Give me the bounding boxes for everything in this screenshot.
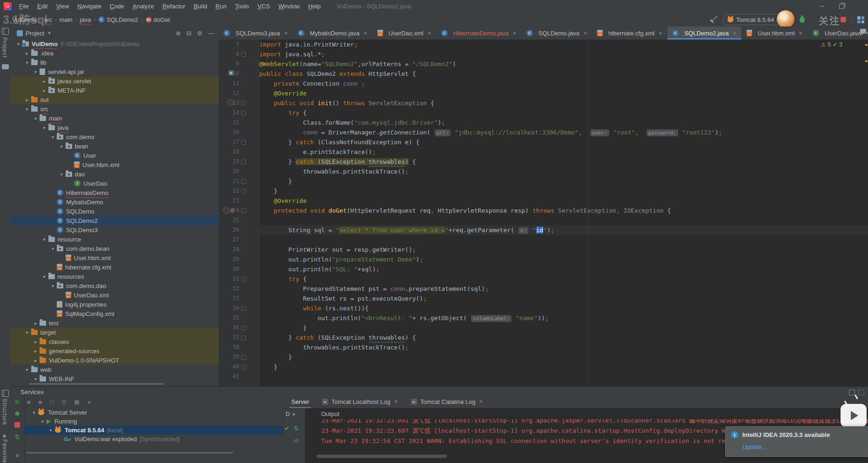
editor-tab-sqldemo3.java[interactable]: CSQLDemo3.java✕ xyxy=(219,27,293,40)
chevron-open-icon[interactable]: ▾ xyxy=(23,107,31,112)
notification-bubble-icon[interactable] xyxy=(860,29,866,34)
code-line-25[interactable] xyxy=(259,215,868,225)
code-line-27[interactable] xyxy=(259,235,868,245)
tree-item-web-inf[interactable]: ▾WEB-INF xyxy=(10,374,219,383)
code-line-36[interactable]: } xyxy=(259,323,868,333)
chevron-open-icon[interactable]: ▾ xyxy=(49,283,57,289)
code-line-12[interactable]: @Override xyxy=(259,88,868,98)
menu-run[interactable]: Run xyxy=(212,1,230,11)
add-frame-icon[interactable]: ⊞ xyxy=(74,399,79,406)
chevron-open-icon[interactable]: ▾ xyxy=(32,116,40,121)
fold-marker-icon[interactable] xyxy=(241,52,246,57)
tree-item-user.hbm.xml[interactable]: User.hbm.xml xyxy=(10,160,219,169)
services-tab-server[interactable]: Server xyxy=(285,395,316,408)
code-editor[interactable]: 78910111213↑1415161718192021222324↑@2526… xyxy=(219,40,868,386)
code-line-32[interactable]: PreparedStatement pst = conn.prepareStat… xyxy=(259,284,868,294)
code-line-37[interactable]: } catch (SQLException throwables) { xyxy=(259,333,868,342)
update-link[interactable]: Update... xyxy=(742,443,767,450)
code-line-9[interactable]: @WebServlet(name="SQLDemo2",urlPatterns … xyxy=(259,59,868,69)
chevron-closed-icon[interactable]: ▸ xyxy=(23,51,31,56)
tree-item-meta-inf[interactable]: ▸META-INF xyxy=(10,86,219,95)
favorites-star-icon[interactable]: ★ xyxy=(2,433,7,439)
tree-item-userdao.xml[interactable]: UserDao.xml xyxy=(10,290,219,300)
code-line-18[interactable]: e.printStackTrace(); xyxy=(259,147,868,157)
tree-item-vuldemo[interactable]: ▾VulDemoF:\IDE\ideaProjects\VulDemo xyxy=(10,39,219,48)
close-tab-icon[interactable]: ✕ xyxy=(363,30,368,36)
code-line-7[interactable]: import java.io.PrintWriter; xyxy=(259,40,868,49)
code-line-14[interactable]: try { xyxy=(259,108,868,118)
breadcrumb-item-doget[interactable]: mdoGet xyxy=(146,16,170,23)
service-item-vuldemo-war-exploded[interactable]: ⚙✔VulDemo:war exploded[Synchronized] xyxy=(24,435,283,443)
tree-item-com.demo.bean[interactable]: ▾com.demo.bean xyxy=(10,244,219,253)
tree-item-bean[interactable]: ▾bean xyxy=(10,141,219,151)
service-item-running[interactable]: ▾Running xyxy=(24,417,283,426)
code-line-19[interactable]: } catch (SQLException throwables) { xyxy=(259,157,868,167)
maximize-button[interactable] xyxy=(834,0,849,13)
tree-item-dao[interactable]: ▾dao xyxy=(10,169,219,179)
breadcrumb-item-sqldemo2[interactable]: CSQLDemo2 xyxy=(98,16,138,23)
fold-marker-icon[interactable] xyxy=(241,355,246,360)
editor-tab-sqldemo.java[interactable]: CSQLDemo.java✕ xyxy=(522,27,592,40)
code-line-35[interactable]: out.println("<br>Result: "+ rs.getObject… xyxy=(259,313,868,323)
code-line-30[interactable]: out.println("SQL: "+sql); xyxy=(259,264,868,274)
code-line-15[interactable]: Class.forName("com.mysql.jdbc.Driver"); xyxy=(259,118,868,127)
more-run-options-chevron[interactable]: ▼ xyxy=(829,17,833,22)
fold-marker-icon[interactable] xyxy=(241,277,246,282)
filter-icon[interactable]: ▽ xyxy=(61,399,66,406)
editor-tab-userdao.java[interactable]: IUserDao.java✕ xyxy=(808,27,868,40)
tree-item-vuldemo-1.0-snapshot[interactable]: ▸VulDemo-1.0-SNAPSHOT xyxy=(10,356,219,365)
collapse-all-icon[interactable]: ≡ xyxy=(39,399,42,406)
expand-all-icon[interactable]: ≡ xyxy=(27,399,31,406)
tree-item-sqldemo[interactable]: CSQLDemo xyxy=(10,207,219,216)
locate-file-button[interactable]: ⊕ xyxy=(176,30,181,37)
chevron-closed-icon[interactable]: ▸ xyxy=(40,88,48,93)
fold-marker-icon[interactable] xyxy=(241,306,246,311)
chevron-open-icon[interactable]: ▾ xyxy=(58,172,66,177)
tree-item-javax.servlet[interactable]: ▸javax.servlet xyxy=(10,76,219,86)
code-pane[interactable]: import java.io.PrintWriter;import java.s… xyxy=(259,40,868,386)
fold-marker-icon[interactable] xyxy=(241,160,246,164)
code-line-29[interactable]: out.println("prepareStatement Demo"); xyxy=(259,255,868,264)
tree-item-.idea[interactable]: ▸.idea xyxy=(10,48,219,58)
close-tab-icon[interactable]: ✕ xyxy=(512,30,517,36)
fold-marker-icon[interactable] xyxy=(241,208,246,213)
breadcrumb-item-main[interactable]: main xyxy=(60,16,73,23)
tree-item-test[interactable]: ▸test xyxy=(10,318,219,328)
code-line-40[interactable]: } xyxy=(259,362,868,372)
chevron-open-icon[interactable]: ▾ xyxy=(40,125,48,130)
service-item-tomcat-8-5-64[interactable]: ▾Tomcat 8.5.64[local] xyxy=(24,426,283,435)
menu-window[interactable]: Window xyxy=(275,1,303,11)
code-line-11[interactable]: private Connection conn ; xyxy=(259,79,868,88)
tree-item-generated-sources[interactable]: ▸generated-sources xyxy=(10,346,219,356)
services-tab-tomcat-localhost-log[interactable]: ▸Tomcat Localhost Log✕ xyxy=(316,395,404,408)
chevron-open-icon[interactable]: ▾ xyxy=(32,376,40,382)
settings-gear-icon[interactable]: ⚙ xyxy=(197,30,202,37)
editor-tab-hibernate.cfg.xml[interactable]: hibernate.cfg.xml✕ xyxy=(592,27,667,40)
debug-button[interactable] xyxy=(796,14,807,25)
chevron-open-icon[interactable]: ▾ xyxy=(30,410,38,415)
project-view-selector[interactable]: Project ▼ xyxy=(17,30,51,37)
chevron-open-icon[interactable]: ▾ xyxy=(49,134,57,140)
chevron-closed-icon[interactable]: ▸ xyxy=(40,79,48,84)
update-app-icon[interactable]: ⇅ xyxy=(294,425,299,432)
project-horizontal-scrollbar[interactable] xyxy=(29,383,164,385)
fold-marker-icon[interactable] xyxy=(241,365,246,369)
code-line-28[interactable]: PrintWriter out = resp.getWriter(); xyxy=(259,245,868,255)
chevron-open-icon[interactable]: ▾ xyxy=(23,60,31,65)
close-tab-icon[interactable]: ✕ xyxy=(427,30,431,36)
code-line-26[interactable]: String sql = "select * from user where i… xyxy=(259,225,868,235)
editor-tab-user.hbm.xml[interactable]: User.hbm.xml✕ xyxy=(742,27,808,40)
chevron-open-icon[interactable]: ▾ xyxy=(32,69,40,74)
inspections-widget[interactable]: ⚠ 5 ✔ 3 xyxy=(821,41,842,48)
chevron-closed-icon[interactable]: ▸ xyxy=(32,339,40,344)
stripe-tab-structure[interactable]: Structure xyxy=(1,398,8,425)
breadcrumb-item-src[interactable]: src xyxy=(44,16,52,23)
close-tab-icon[interactable]: ✕ xyxy=(583,30,587,36)
code-line-24[interactable]: protected void doGet(HttpServletRequest … xyxy=(259,206,868,215)
chevron-open-icon[interactable]: ▾ xyxy=(38,419,47,424)
close-tab-icon[interactable]: ✕ xyxy=(799,30,803,36)
minimize-button[interactable] xyxy=(814,0,830,13)
tree-item-resource[interactable]: ▾resource xyxy=(10,235,219,244)
collapse-all-button[interactable]: ⊟ xyxy=(186,30,191,37)
menu-analyze[interactable]: Analyze xyxy=(129,1,158,11)
